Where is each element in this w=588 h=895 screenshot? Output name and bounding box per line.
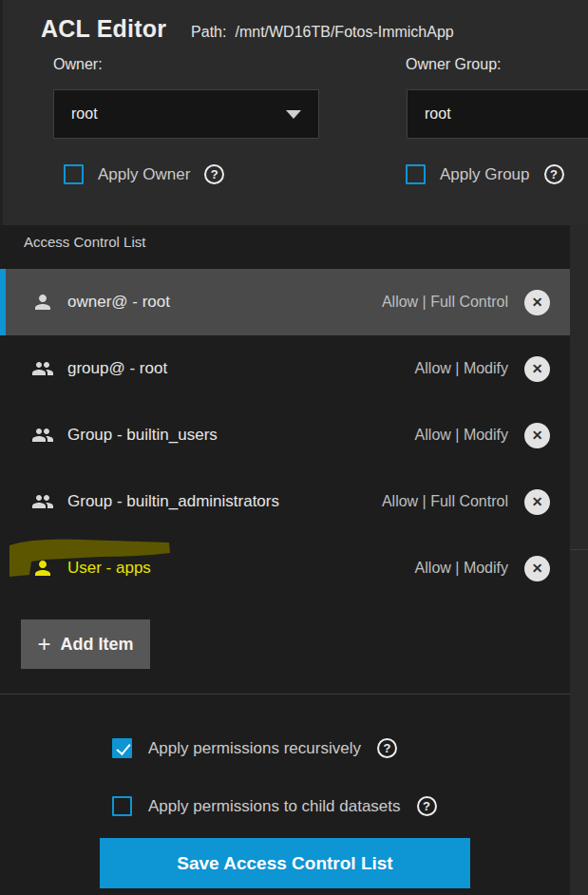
close-icon: ✕ [532, 362, 543, 375]
add-item-label: Add Item [61, 635, 134, 655]
acl-list-item[interactable]: User - apps Allow | Modify ✕ [0, 535, 570, 601]
person-icon [31, 557, 54, 580]
close-icon: ✕ [532, 495, 543, 508]
acl-list: owner@ - root Allow | Full Control ✕ gro… [0, 269, 570, 601]
header-section: ACL Editor Path: /mnt/WD16TB/Fotos-Immic… [0, 0, 588, 225]
close-icon: ✕ [532, 295, 543, 309]
remove-item-button[interactable]: ✕ [524, 290, 550, 315]
acl-panel: Access Control List owner@ - root Allow … [0, 225, 570, 895]
acl-item-name: Group - builtin_users [67, 426, 218, 445]
acl-list-item[interactable]: owner@ - root Allow | Full Control ✕ [0, 269, 570, 335]
acl-section-title: Access Control List [24, 234, 145, 250]
apply-group-checkbox[interactable] [406, 164, 426, 184]
save-acl-label: Save Access Control List [177, 853, 392, 874]
gutter-divider [570, 549, 588, 550]
acl-item-permission: Allow | Modify [415, 560, 508, 577]
remove-item-button[interactable]: ✕ [524, 356, 550, 382]
help-icon[interactable]: ? [204, 164, 224, 184]
acl-list-item[interactable]: Group - builtin_administrators Allow | F… [0, 468, 570, 535]
add-item-button[interactable]: + Add Item [21, 619, 150, 669]
child-datasets-row: Apply permissions to child datasets ? [112, 796, 437, 816]
acl-editor-dialog: ACL Editor Path: /mnt/WD16TB/Fotos-Immic… [0, 0, 588, 895]
path-label: Path: [191, 24, 226, 41]
recursive-checkbox[interactable] [112, 738, 132, 758]
dataset-path: Path: /mnt/WD16TB/Fotos-ImmichApp [191, 24, 454, 41]
acl-list-item[interactable]: Group - builtin_users Allow | Modify ✕ [0, 402, 570, 468]
right-gutter [570, 225, 588, 895]
plus-icon: + [37, 633, 50, 656]
apply-owner-checkbox[interactable] [64, 164, 84, 184]
acl-item-permission: Allow | Full Control [382, 294, 508, 311]
acl-item-name: group@ - root [67, 359, 167, 378]
acl-list-item[interactable]: group@ - root Allow | Modify ✕ [0, 335, 570, 402]
apply-owner-row: Apply Owner ? [64, 164, 224, 184]
help-icon[interactable]: ? [417, 796, 437, 816]
path-value: /mnt/WD16TB/Fotos-ImmichApp [235, 24, 453, 41]
acl-item-name: Group - builtin_administrators [67, 492, 279, 511]
child-datasets-checkbox[interactable] [112, 796, 132, 816]
remove-item-button[interactable]: ✕ [524, 423, 550, 448]
recursive-row: Apply permissions recursively ? [112, 738, 397, 758]
title-row: ACL Editor Path: /mnt/WD16TB/Fotos-Immic… [41, 15, 454, 43]
help-icon[interactable]: ? [377, 738, 397, 758]
child-datasets-label: Apply permissions to child datasets [148, 797, 401, 816]
close-icon: ✕ [532, 428, 543, 442]
acl-item-name: owner@ - root [67, 293, 170, 312]
page-title: ACL Editor [41, 15, 166, 43]
save-acl-button[interactable]: Save Access Control List [100, 838, 470, 888]
close-icon: ✕ [532, 562, 543, 575]
acl-item-permission: Allow | Modify [415, 360, 508, 377]
remove-item-button[interactable]: ✕ [524, 489, 550, 515]
group-icon [31, 490, 54, 513]
apply-group-row: Apply Group ? [406, 164, 564, 184]
recursive-label: Apply permissions recursively [148, 739, 361, 758]
section-divider [0, 694, 570, 695]
apply-group-label: Apply Group [440, 165, 530, 184]
owner-select[interactable]: root [53, 89, 319, 139]
acl-item-permission: Allow | Full Control [382, 493, 508, 510]
person-icon [31, 291, 54, 314]
owner-select-value: root [71, 105, 98, 123]
chevron-down-icon [286, 110, 301, 119]
owner-group-select-value: root [425, 105, 451, 123]
group-icon [31, 424, 54, 447]
remove-item-button[interactable]: ✕ [524, 556, 550, 581]
help-icon[interactable]: ? [544, 164, 564, 184]
acl-item-permission: Allow | Modify [415, 427, 508, 444]
owner-group-select[interactable]: root [407, 89, 588, 139]
owner-group-label: Owner Group: [406, 56, 501, 73]
group-icon [31, 357, 54, 380]
acl-item-name: User - apps [67, 559, 151, 578]
apply-owner-label: Apply Owner [98, 165, 190, 184]
owner-label: Owner: [53, 56, 103, 73]
